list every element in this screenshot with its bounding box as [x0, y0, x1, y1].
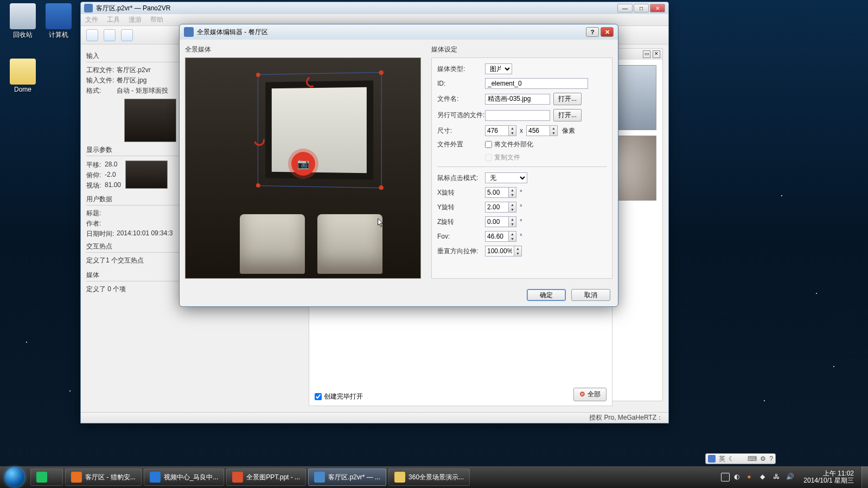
cancel-button[interactable]: 取消	[571, 289, 610, 301]
spin-up[interactable]: ▲	[509, 188, 516, 192]
filename-input[interactable]	[485, 94, 550, 105]
app-icon	[150, 472, 161, 483]
spin-up[interactable]: ▲	[509, 202, 516, 207]
externalize-checkbox[interactable]	[485, 141, 492, 148]
ime-toolbar[interactable]: 英 ☾ ⌨ ⚙ ?	[705, 453, 776, 464]
spin-down[interactable]: ▼	[509, 236, 516, 241]
handle-bottom-left[interactable]	[256, 183, 260, 188]
ime-mode[interactable]: 英	[719, 454, 725, 464]
start-button[interactable]	[0, 466, 29, 488]
alt-file-input[interactable]	[485, 110, 550, 121]
spin-down[interactable]: ▼	[509, 131, 516, 136]
taskbar-item[interactable]: 全景图PPT.ppt - ...	[226, 468, 306, 486]
hotspots-header: 交互热点	[86, 242, 184, 253]
media-bounding-box[interactable]	[258, 72, 382, 188]
open-alt-file-button[interactable]: 打开...	[553, 109, 582, 121]
spin-up[interactable]: ▲	[509, 217, 516, 222]
tilt-label: 俯仰:	[86, 171, 105, 180]
taskbar-item[interactable]	[30, 468, 63, 486]
tray-up-icon[interactable]	[721, 473, 730, 481]
menu-file[interactable]: 文件	[85, 15, 98, 24]
preview-pillow	[240, 214, 305, 274]
menu-tools[interactable]: 工具	[107, 15, 120, 24]
view-thumbnail[interactable]	[125, 160, 168, 189]
ime-moon-icon[interactable]: ☾	[729, 455, 735, 463]
tray-icon[interactable]: ◐	[734, 473, 743, 481]
id-input[interactable]	[485, 78, 588, 89]
panel-dock-button[interactable]: ▭	[643, 50, 650, 58]
desktop-icon-computer[interactable]: 计算机	[42, 3, 75, 40]
desktop-icon-label: 计算机	[42, 30, 75, 40]
click-mode-label: 鼠标点击模式:	[437, 174, 485, 183]
open-after-checkbox[interactable]	[315, 393, 322, 400]
ime-help-icon[interactable]: ?	[769, 455, 773, 463]
help-button[interactable]: ?	[586, 27, 599, 37]
media-type-select[interactable]: 图片	[485, 63, 512, 74]
stretch-input[interactable]	[485, 246, 514, 256]
height-input[interactable]	[526, 125, 550, 136]
window-title: 客厅区.p2vr* — Pano2VR	[96, 4, 170, 13]
spin-up[interactable]: ▲	[509, 232, 516, 236]
handle-bottom-right[interactable]	[379, 185, 384, 190]
minimize-button[interactable]: —	[617, 4, 633, 12]
maximize-button[interactable]: □	[634, 4, 649, 12]
media-text: 定义了 0 个项	[86, 285, 184, 294]
pan-label: 平移:	[86, 160, 105, 170]
main-titlebar[interactable]: 客厅区.p2vr* — Pano2VR — □ ✕	[81, 2, 668, 14]
fov-input[interactable]	[485, 231, 509, 242]
input-thumbnail[interactable]	[124, 99, 176, 142]
toolbar-save-button[interactable]	[121, 29, 133, 41]
spin-down[interactable]: ▼	[509, 222, 516, 227]
taskbar-item[interactable]: 客厅区 - 猎豹安...	[65, 468, 142, 486]
spin-down[interactable]: ▼	[509, 192, 516, 197]
taskbar-item-label: 视频中心_马良中...	[164, 473, 219, 482]
dialog-titlebar[interactable]: 全景媒体编辑器 - 餐厅区 ? ✕	[180, 24, 618, 40]
degree-symbol: °	[520, 218, 522, 226]
taskbar-clock[interactable]: 上午 11:02 2014/10/1 星期三	[799, 470, 858, 484]
tray-network-icon[interactable]: 🖧	[773, 473, 782, 481]
taskbar-item-active[interactable]: 客厅区.p2vr* — ...	[308, 468, 386, 486]
panorama-preview[interactable]: 📷	[185, 57, 421, 279]
spin-down[interactable]: ▼	[514, 251, 521, 256]
x-rotation-input[interactable]	[485, 187, 509, 198]
all-button[interactable]: ⚙全部	[573, 388, 607, 401]
fov-label: Fov:	[437, 233, 485, 240]
hotspots-text: 定义了1 个交互热点	[86, 256, 184, 265]
app-icon	[184, 27, 194, 37]
menu-help[interactable]: 帮助	[150, 15, 163, 24]
desktop-icon-dome[interactable]: Dome	[7, 59, 39, 93]
spin-up[interactable]: ▲	[550, 126, 557, 131]
ime-keyboard-icon[interactable]: ⌨	[748, 455, 757, 463]
spin-down[interactable]: ▼	[550, 131, 557, 136]
ime-settings-icon[interactable]: ⚙	[760, 455, 766, 463]
show-desktop-button[interactable]	[861, 466, 868, 488]
input-file-label: 输入文件:	[86, 76, 117, 85]
spin-up[interactable]: ▲	[514, 246, 521, 251]
panel-close-button[interactable]: ✕	[653, 50, 660, 58]
menu-tour[interactable]: 漫游	[129, 15, 142, 24]
taskbar-item[interactable]: 360全景场景演示...	[388, 468, 470, 486]
close-button[interactable]: ✕	[650, 4, 665, 12]
ok-button[interactable]: 确定	[527, 289, 566, 301]
desktop-icon-recycle-bin[interactable]: 回收站	[7, 3, 39, 40]
x-rotation-label: X旋转	[437, 188, 485, 197]
taskbar-item-label: 全景图PPT.ppt - ...	[246, 473, 300, 482]
width-input[interactable]	[485, 125, 509, 136]
y-rotation-input[interactable]	[485, 202, 509, 213]
open-file-button[interactable]: 打开...	[553, 93, 582, 105]
toolbar-open-button[interactable]	[104, 29, 116, 41]
close-button[interactable]: ✕	[601, 27, 614, 37]
spin-up[interactable]: ▲	[509, 126, 516, 131]
toolbar-new-button[interactable]	[86, 29, 98, 41]
tray-icon[interactable]: ◆	[760, 473, 769, 481]
author-label: 作者:	[86, 219, 117, 228]
taskbar-item[interactable]: 视频中心_马良中...	[144, 468, 225, 486]
camera-icon[interactable]: 📷	[291, 152, 315, 176]
spin-down[interactable]: ▼	[509, 207, 516, 212]
tray-volume-icon[interactable]: 🔊	[786, 473, 795, 481]
tray-icon[interactable]: ●	[747, 473, 756, 481]
click-mode-select[interactable]: 无	[485, 172, 527, 183]
handle-top-left[interactable]	[256, 73, 260, 77]
z-rotation-input[interactable]	[485, 216, 509, 227]
ime-icon	[708, 455, 716, 463]
